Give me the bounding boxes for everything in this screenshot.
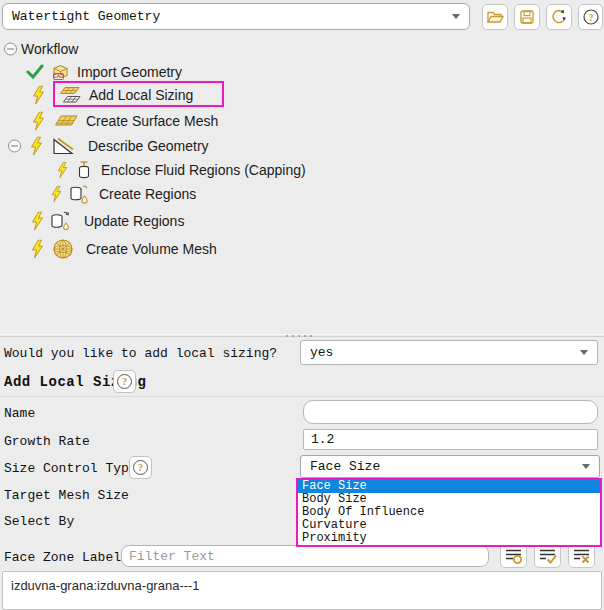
tree-item-label: Create Surface Mesh — [86, 113, 218, 129]
refresh-icon — [550, 8, 568, 26]
cad-box-icon: CAD — [50, 62, 71, 82]
filter-list-icon — [504, 547, 524, 565]
growth-rate-label: Growth Rate — [4, 434, 90, 449]
open-folder-icon — [486, 8, 504, 26]
task-pending-bolt-icon — [50, 186, 63, 203]
task-pending-bolt-icon — [29, 137, 44, 156]
collapse-icon[interactable] — [8, 140, 21, 153]
task-pending-bolt-icon — [31, 112, 46, 131]
task-pending-bolt-icon — [31, 86, 46, 105]
collapse-icon[interactable] — [4, 43, 17, 56]
tree-item-describe-geometry[interactable]: Describe Geometry — [0, 134, 604, 158]
task-pending-bolt-icon — [56, 162, 69, 179]
growth-rate-input[interactable] — [303, 429, 598, 450]
question-select-value: yes — [310, 345, 333, 360]
chevron-down-icon — [582, 464, 590, 469]
size-control-type-value: Face Size — [310, 459, 380, 474]
tree-item-enclose-fluid-regions[interactable]: Enclose Fluid Regions (Capping) — [0, 158, 604, 182]
update-regions-icon — [49, 210, 73, 231]
splitter-drag-handle[interactable] — [286, 335, 312, 337]
dropdown-option-proximity[interactable]: Proximity — [298, 532, 600, 545]
select-all-icon — [538, 547, 558, 565]
name-input[interactable] — [303, 400, 598, 424]
tree-item-create-regions[interactable]: Create Regions — [0, 182, 604, 206]
save-workflow-button[interactable] — [514, 4, 540, 30]
help-icon: ? — [582, 8, 600, 26]
tree-item-label: Create Regions — [99, 186, 196, 202]
tree-item-label: Import Geometry — [77, 64, 182, 80]
target-mesh-size-label: Target Mesh Size — [4, 488, 129, 503]
size-control-help-button[interactable]: ? — [129, 456, 152, 479]
tree-item-create-volume-mesh[interactable]: Create Volume Mesh — [0, 236, 604, 262]
task-pending-bolt-icon — [30, 211, 45, 230]
face-zone-filter-input[interactable] — [121, 545, 489, 567]
tree-item-update-regions[interactable]: Update Regions — [0, 208, 604, 233]
size-control-type-select[interactable]: Face Size — [300, 455, 600, 478]
size-control-type-dropdown-list: Face Size Body Size Body Of Influence Cu… — [296, 478, 602, 547]
task-pending-bolt-icon — [30, 240, 45, 259]
add-local-sizing-highlight-box — [53, 81, 224, 107]
save-icon — [518, 8, 536, 26]
surface-mesh-icon — [54, 113, 78, 129]
select-by-label: Select By — [4, 514, 74, 529]
svg-text:CAD: CAD — [54, 74, 65, 79]
tree-item-label: Enclose Fluid Regions (Capping) — [101, 162, 306, 178]
name-label: Name — [4, 406, 35, 421]
workflow-help-button[interactable]: ? — [578, 4, 603, 30]
create-regions-icon — [68, 184, 90, 204]
open-workflow-button[interactable] — [482, 4, 508, 30]
workflow-type-selector[interactable]: Watertight Geometry — [2, 3, 470, 30]
section-divider — [0, 396, 604, 397]
zone-list-item[interactable]: izduvna-grana:izduvna-grana---1 — [3, 572, 601, 593]
face-zone-labels-list: izduvna-grana:izduvna-grana---1 — [2, 571, 602, 610]
face-zone-labels-label: Face Zone Labels — [4, 550, 129, 565]
size-control-type-label: Size Control Type — [4, 461, 137, 476]
add-local-sizing-question-select[interactable]: yes — [300, 340, 598, 365]
add-local-sizing-question-label: Would you like to add local sizing? — [4, 346, 277, 361]
help-icon: ? — [133, 460, 148, 475]
capping-icon — [75, 160, 93, 180]
tree-item-label: Describe Geometry — [88, 138, 209, 154]
volume-mesh-icon — [52, 238, 74, 260]
workflow-type-value: Watertight Geometry — [12, 9, 160, 24]
tree-item-label: Workflow — [21, 41, 78, 57]
describe-geometry-icon — [52, 137, 74, 156]
tree-item-create-surface-mesh[interactable]: Create Surface Mesh — [0, 109, 604, 133]
chevron-down-icon — [452, 14, 460, 19]
help-icon: ? — [117, 374, 132, 389]
tree-item-label: Update Regions — [84, 213, 184, 229]
tree-item-label: Create Volume Mesh — [86, 241, 217, 257]
watertight-geometry-workflow-panel: { "colors": { "accent_gold": "#c9992a", … — [0, 0, 604, 610]
tree-item-workflow[interactable]: Workflow — [0, 38, 604, 60]
svg-text:?: ? — [588, 12, 593, 23]
deselect-all-icon — [572, 547, 592, 565]
chevron-down-icon — [580, 350, 588, 355]
reset-workflow-button[interactable] — [546, 4, 572, 30]
check-icon — [26, 64, 44, 80]
section-help-button[interactable]: ? — [113, 370, 136, 393]
